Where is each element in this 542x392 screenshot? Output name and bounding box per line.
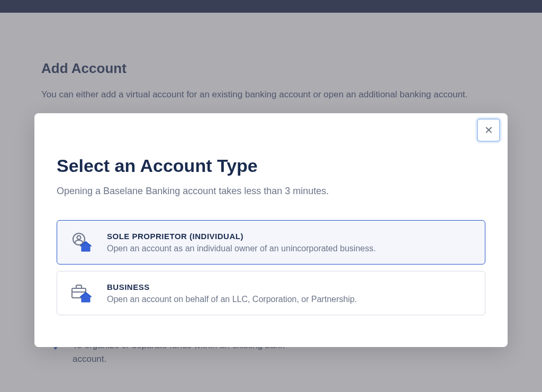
close-button[interactable]: ✕ [477, 118, 500, 142]
modal-overlay: ✕ Select an Account Type Opening a Basel… [0, 0, 542, 392]
person-house-icon [70, 231, 92, 253]
option-desc: Open an account on behalf of an LLC, Cor… [107, 295, 472, 304]
modal-title: Select an Account Type [57, 156, 485, 176]
option-title: BUSINESS [107, 282, 472, 291]
option-business[interactable]: BUSINESS Open an account on behalf of an… [57, 271, 485, 315]
option-sole-proprietor[interactable]: SOLE PROPRIETOR (INDIVIDUAL) Open an acc… [57, 220, 485, 265]
option-desc: Open an account as an individual owner o… [107, 244, 472, 253]
account-type-modal: ✕ Select an Account Type Opening a Basel… [34, 113, 508, 347]
close-icon: ✕ [484, 125, 493, 135]
modal-subtitle: Opening a Baselane Banking account takes… [57, 186, 485, 197]
briefcase-house-icon [70, 282, 92, 304]
option-title: SOLE PROPRIETOR (INDIVIDUAL) [107, 232, 472, 241]
svg-point-1 [77, 236, 81, 240]
